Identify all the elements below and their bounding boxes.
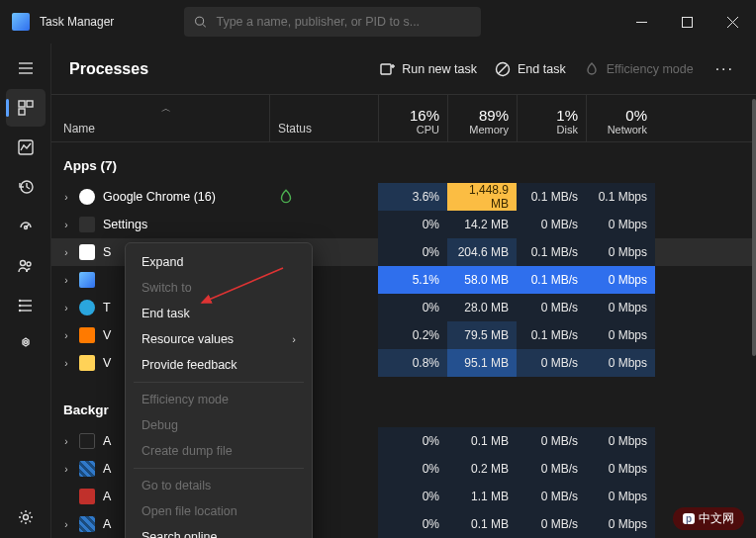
network-cell: 0 Mbps: [586, 294, 655, 321]
efficiency-icon: [584, 61, 600, 77]
svg-line-1: [202, 24, 205, 27]
disk-cell: 0.1 MB/s: [517, 321, 586, 349]
chevron-right-icon[interactable]: ›: [61, 358, 71, 369]
search-input[interactable]: [216, 15, 470, 29]
disk-cell: 0 MB/s: [517, 455, 586, 483]
efficiency-mode-button[interactable]: Efficiency mode: [584, 61, 694, 77]
chevron-right-icon[interactable]: ›: [61, 247, 71, 258]
process-status: [269, 188, 364, 206]
svg-point-17: [27, 262, 31, 266]
disk-cell: 0.1 MB/s: [517, 266, 586, 294]
ctx-search-online[interactable]: Search online: [126, 524, 312, 538]
app-icon: [12, 13, 30, 31]
network-cell: 0.1 Mbps: [586, 183, 655, 211]
process-row[interactable]: › Google Chrome (16) 3.6% 1,448.9 MB 0.1…: [51, 183, 752, 211]
column-disk[interactable]: 1%Disk: [517, 95, 586, 141]
svg-point-16: [20, 261, 25, 266]
sidebar-startup[interactable]: [6, 208, 46, 245]
ctx-resource-values[interactable]: Resource values›: [126, 326, 312, 352]
scroll-thumb[interactable]: [752, 99, 756, 356]
chevron-right-icon[interactable]: ›: [61, 220, 71, 230]
ctx-efficiency-mode: Efficiency mode: [126, 387, 312, 412]
ctx-open-location: Open file location: [126, 498, 312, 524]
svg-point-22: [19, 306, 20, 307]
svg-point-0: [195, 17, 203, 25]
run-new-task-label: Run new task: [402, 62, 477, 76]
ctx-end-task[interactable]: End task: [126, 301, 312, 326]
minimize-button[interactable]: [619, 6, 665, 38]
disk-cell: 0 MB/s: [517, 294, 586, 321]
run-task-icon: [379, 61, 395, 77]
svg-rect-3: [683, 17, 693, 27]
svg-rect-11: [19, 109, 25, 115]
ctx-create-dump: Create dump file: [126, 438, 312, 464]
cpu-cell: 5.1%: [378, 266, 447, 294]
process-icon: [79, 461, 95, 477]
app-title: Task Manager: [40, 15, 114, 29]
sidebar-performance[interactable]: [6, 129, 46, 166]
svg-point-23: [19, 311, 20, 312]
cpu-cell: 0%: [378, 510, 447, 538]
scrollbar[interactable]: [752, 99, 756, 534]
ctx-expand[interactable]: Expand: [126, 249, 312, 275]
svg-point-26: [23, 515, 28, 520]
chevron-right-icon[interactable]: ›: [61, 436, 71, 447]
disk-cell: 0.1 MB/s: [517, 238, 586, 266]
process-name: › Google Chrome (16): [51, 189, 269, 205]
memory-cell: 0.2 MB: [447, 455, 517, 483]
maximize-button[interactable]: [665, 6, 710, 38]
memory-cell: 58.0 MB: [447, 266, 517, 294]
sidebar-app-history[interactable]: [6, 168, 46, 206]
toolbar: Processes Run new task End task Efficien…: [51, 44, 756, 95]
network-cell: 0 Mbps: [586, 483, 655, 510]
run-new-task-button[interactable]: Run new task: [379, 61, 477, 77]
cpu-cell: 0.2%: [378, 321, 447, 349]
memory-cell: 95.1 MB: [447, 349, 517, 377]
sidebar-processes[interactable]: [6, 89, 46, 127]
process-row[interactable]: › Settings 0% 14.2 MB 0 MB/s 0 Mbps: [51, 211, 752, 238]
memory-cell: 79.5 MB: [447, 321, 517, 349]
column-memory[interactable]: 89%Memory: [447, 95, 517, 141]
memory-cell: 204.6 MB: [447, 238, 517, 266]
chevron-right-icon[interactable]: ›: [61, 303, 71, 314]
column-headers: ︿ Name Status 16%CPU 89%Memory 1%Disk 0%…: [51, 95, 752, 142]
sidebar-details[interactable]: [6, 287, 46, 324]
chevron-right-icon[interactable]: ›: [61, 464, 71, 475]
end-task-button[interactable]: End task: [495, 61, 566, 77]
cpu-cell: 0.8%: [378, 349, 447, 377]
more-button[interactable]: ···: [711, 60, 738, 78]
chevron-right-icon[interactable]: ›: [61, 519, 71, 530]
svg-point-21: [19, 301, 20, 302]
disk-cell: 0.1 MB/s: [517, 183, 586, 211]
section-apps: Apps (7): [51, 148, 752, 183]
close-button[interactable]: [710, 6, 756, 38]
chevron-right-icon[interactable]: ›: [61, 192, 71, 203]
disk-cell: 0 MB/s: [517, 349, 586, 377]
column-network[interactable]: 0%Network: [586, 95, 655, 141]
sidebar-services[interactable]: [6, 326, 46, 364]
memory-cell: 1,448.9 MB: [447, 183, 517, 211]
chevron-right-icon[interactable]: ›: [61, 275, 71, 286]
column-name[interactable]: ︿ Name: [51, 95, 269, 141]
sidebar-users[interactable]: [6, 247, 46, 285]
sidebar-hamburger[interactable]: [6, 49, 46, 87]
chevron-up-icon: ︿: [63, 102, 269, 116]
network-cell: 0 Mbps: [586, 455, 655, 483]
column-status[interactable]: Status: [269, 95, 364, 141]
process-name: › Settings: [51, 217, 269, 232]
end-task-icon: [495, 61, 511, 77]
network-cell: 0 Mbps: [586, 238, 655, 266]
svg-rect-10: [27, 101, 33, 107]
ctx-separator: [134, 468, 304, 469]
search-box[interactable]: [184, 7, 481, 37]
sidebar-settings[interactable]: [6, 498, 46, 536]
network-cell: 0 Mbps: [586, 510, 655, 538]
memory-cell: 0.1 MB: [447, 510, 517, 538]
process-icon: [79, 433, 95, 449]
column-cpu[interactable]: 16%CPU: [378, 95, 447, 141]
chevron-right-icon[interactable]: ›: [61, 330, 71, 341]
process-icon: [79, 244, 95, 260]
cpu-cell: 0%: [378, 238, 447, 266]
ctx-provide-feedback[interactable]: Provide feedback: [126, 352, 312, 378]
watermark: p中文网: [673, 507, 744, 530]
